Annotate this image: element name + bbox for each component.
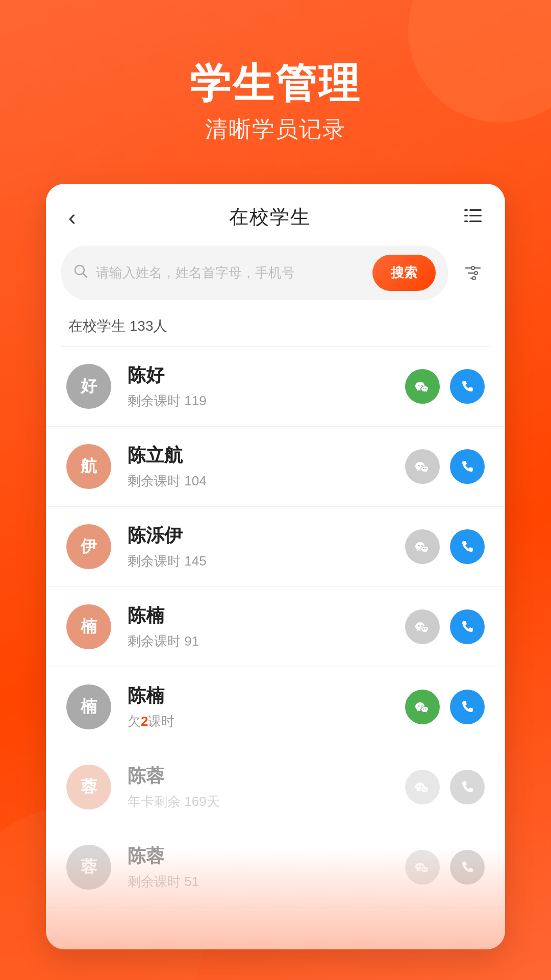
wechat-button[interactable]	[405, 850, 440, 885]
student-info: 陈泺伊 剩余课时 145	[128, 523, 405, 570]
list-icon	[464, 208, 483, 224]
svg-point-23	[418, 625, 420, 627]
svg-rect-5	[464, 220, 468, 222]
search-button[interactable]: 搜索	[372, 255, 436, 291]
svg-point-12	[421, 385, 423, 386]
student-name: 陈立航	[128, 443, 405, 468]
student-avatar: 蓉	[66, 765, 111, 810]
action-icons	[405, 529, 485, 564]
wechat-button[interactable]	[405, 690, 440, 724]
svg-point-31	[418, 786, 420, 787]
svg-point-38	[425, 869, 426, 870]
svg-point-18	[425, 468, 426, 469]
student-info: 陈楠 欠2课时	[128, 683, 405, 730]
svg-point-34	[425, 789, 426, 790]
svg-point-29	[423, 708, 424, 709]
student-detail: 剩余课时 145	[128, 552, 405, 570]
detail-highlight: 2	[141, 714, 148, 729]
phone-button[interactable]	[450, 449, 485, 484]
student-detail: 欠2课时	[128, 713, 405, 730]
student-item[interactable]: 伊 陈泺伊 剩余课时 145	[46, 507, 505, 587]
wechat-icon	[413, 537, 432, 556]
student-avatar: 楠	[66, 684, 111, 729]
search-row: 请输入姓名，姓名首字母，手机号 搜索	[46, 246, 505, 310]
back-button[interactable]: ‹	[68, 206, 76, 229]
student-item[interactable]: 航 陈立航 剩余课时 104	[46, 427, 505, 507]
filter-button[interactable]	[456, 256, 490, 290]
phone-icon	[458, 377, 477, 396]
student-info: 陈蓉 年卡剩余 169天	[128, 764, 405, 811]
svg-point-9	[474, 272, 478, 275]
student-count: 在校学生 133人	[46, 310, 505, 346]
student-name: 陈楠	[128, 683, 405, 708]
phone-button[interactable]	[450, 529, 485, 564]
svg-point-11	[418, 385, 420, 386]
wechat-button[interactable]	[405, 449, 440, 484]
phone-icon	[458, 457, 477, 476]
phone-button[interactable]	[450, 690, 485, 724]
wechat-icon	[413, 457, 432, 476]
student-detail: 剩余课时 119	[128, 392, 405, 410]
action-icons	[405, 609, 485, 644]
action-icons	[405, 770, 485, 804]
phone-icon	[458, 617, 477, 636]
student-detail-text: 剩余课时 51	[128, 874, 199, 889]
student-item[interactable]: 楠 陈楠 欠2课时	[46, 667, 505, 747]
svg-point-30	[425, 708, 426, 709]
filter-icon	[464, 264, 482, 282]
wechat-icon	[413, 777, 432, 797]
main-card: ‹ 在校学生 请输入姓名，姓名首字母，手机号 搜索	[46, 184, 505, 949]
detail-suffix: 课时	[148, 714, 174, 729]
student-info: 陈蓉 剩余课时 51	[128, 844, 405, 891]
svg-rect-1	[464, 209, 468, 211]
wechat-button[interactable]	[405, 529, 440, 564]
svg-point-32	[421, 786, 423, 787]
search-placeholder: 请输入姓名，姓名首字母，手机号	[96, 264, 364, 282]
phone-icon	[458, 537, 477, 556]
student-detail-text: 剩余课时 91	[128, 633, 199, 649]
svg-point-13	[423, 388, 424, 389]
phone-icon	[458, 697, 477, 717]
student-avatar: 蓉	[66, 845, 111, 890]
student-avatar: 航	[66, 444, 111, 489]
svg-point-8	[471, 266, 474, 270]
wechat-icon	[413, 377, 432, 396]
svg-point-19	[418, 545, 420, 547]
card-header: ‹ 在校学生	[46, 184, 505, 246]
phone-icon	[458, 857, 477, 877]
svg-point-27	[418, 705, 420, 707]
student-item[interactable]: 蓉 陈蓉 年卡剩余 169天	[46, 747, 505, 827]
wechat-icon	[413, 857, 432, 877]
student-detail-text: 剩余课时 104	[128, 473, 207, 488]
svg-line-7	[83, 274, 87, 277]
student-item[interactable]: 好 陈好 剩余课时 119	[46, 347, 505, 427]
wechat-icon	[413, 697, 432, 717]
student-info: 陈好 剩余课时 119	[128, 363, 405, 410]
menu-button[interactable]	[464, 207, 483, 228]
student-item[interactable]: 楠 陈楠 剩余课时 91	[46, 587, 505, 667]
phone-button[interactable]	[450, 850, 485, 885]
student-avatar: 楠	[66, 604, 111, 649]
phone-button[interactable]	[450, 770, 485, 804]
student-name: 陈蓉	[128, 764, 405, 789]
student-name: 陈蓉	[128, 844, 405, 869]
card-title: 在校学生	[229, 204, 311, 230]
student-detail: 剩余课时 104	[128, 472, 405, 490]
svg-point-28	[421, 705, 423, 707]
student-item[interactable]: 蓉 陈蓉 剩余课时 51	[46, 827, 505, 908]
svg-point-15	[418, 465, 420, 467]
phone-button[interactable]	[450, 369, 485, 404]
phone-button[interactable]	[450, 609, 485, 644]
svg-point-25	[423, 628, 424, 629]
svg-rect-4	[469, 220, 482, 222]
wechat-button[interactable]	[405, 369, 440, 404]
svg-point-22	[425, 548, 426, 549]
svg-point-37	[423, 869, 424, 870]
wechat-button[interactable]	[405, 609, 440, 644]
search-icon	[73, 264, 88, 282]
action-icons	[405, 369, 485, 404]
svg-point-35	[418, 866, 420, 867]
wechat-icon	[413, 617, 432, 636]
wechat-button[interactable]	[405, 770, 440, 804]
svg-rect-2	[469, 215, 482, 216]
